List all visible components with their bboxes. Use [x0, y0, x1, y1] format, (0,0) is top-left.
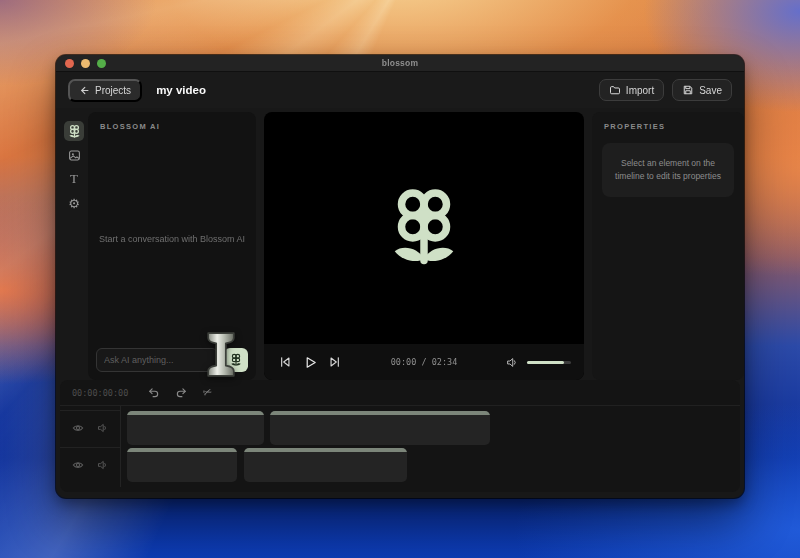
video-preview-panel[interactable]: 00:00 / 02:34 [264, 112, 584, 380]
clip-top-strip [127, 448, 237, 452]
clip-top-strip [244, 448, 407, 452]
skip-forward-button[interactable] [327, 354, 343, 370]
app-window: blossom Projects my video Import [56, 55, 744, 498]
flower-watermark-icon [388, 184, 460, 275]
flower-icon [68, 124, 81, 139]
save-button[interactable]: Save [672, 79, 732, 101]
track-1-visibility-eye-icon[interactable] [72, 422, 84, 434]
import-folder-icon [609, 84, 621, 96]
timeline-lanes [124, 406, 736, 491]
scissors-icon: ✂ [201, 385, 214, 400]
back-to-projects-button[interactable]: Projects [68, 79, 142, 102]
main-content: T ⚙ BLOSSOM AI Start a conversation with… [56, 108, 744, 380]
timeline-panel: 00:00:00:00 ✂ [60, 380, 740, 492]
track-2-mute-speaker-icon[interactable] [97, 459, 109, 471]
timeline-clip[interactable] [127, 411, 264, 445]
rail-item-blossom-ai[interactable] [64, 121, 84, 141]
volume-slider[interactable] [527, 361, 571, 364]
tool-rail: T ⚙ [60, 112, 88, 380]
project-title: my video [156, 84, 206, 96]
save-button-label: Save [699, 85, 722, 96]
save-floppy-icon [682, 84, 694, 96]
properties-panel: PROPERTIES Select an element on the time… [592, 112, 744, 380]
track-header-divider [120, 406, 121, 487]
timeline-clip[interactable] [270, 411, 490, 445]
track-2-visibility-eye-icon[interactable] [72, 459, 84, 471]
play-button[interactable] [302, 354, 318, 370]
blossom-ai-header: BLOSSOM AI [88, 112, 256, 141]
ai-chat-input[interactable] [96, 348, 218, 372]
rail-item-settings[interactable]: ⚙ [64, 193, 84, 213]
title-bar[interactable]: blossom [56, 55, 744, 72]
rail-item-text[interactable]: T [64, 169, 84, 189]
blossom-ai-panel: BLOSSOM AI Start a conversation with Blo… [88, 112, 256, 380]
timeline-tracks [60, 406, 740, 491]
volume-slider-fill [527, 361, 564, 364]
text-tool-icon: T [70, 171, 78, 187]
skip-back-button[interactable] [277, 354, 293, 370]
timeline-clip[interactable] [127, 448, 237, 482]
clip-top-strip [127, 411, 264, 415]
playback-controls-bar: 00:00 / 02:34 [264, 344, 584, 380]
chat-empty-message: Start a conversation with Blossom AI [88, 234, 256, 244]
gear-icon: ⚙ [68, 197, 80, 210]
timeline-toolbar: 00:00:00:00 ✂ [60, 380, 740, 406]
clip-top-strip [270, 411, 490, 415]
redo-button[interactable] [175, 386, 188, 399]
timeline-clip[interactable] [244, 448, 407, 482]
image-icon [68, 149, 81, 162]
playhead-timecode: 00:00:00:00 [72, 388, 128, 398]
ibeam-mouse-cursor [202, 331, 240, 378]
volume-icon[interactable] [504, 354, 520, 370]
track-2-header [60, 447, 120, 482]
back-button-label: Projects [95, 85, 131, 96]
track-1-mute-speaker-icon[interactable] [97, 422, 109, 434]
properties-empty-message: Select an element on the timeline to edi… [602, 143, 734, 197]
back-arrow-icon [79, 85, 90, 96]
toolbar: Projects my video Import [56, 72, 744, 108]
cut-scissors-button[interactable]: ✂ [203, 386, 212, 399]
track-1-header [60, 410, 120, 445]
properties-header: PROPERTIES [592, 112, 744, 141]
undo-button[interactable] [147, 386, 160, 399]
window-title: blossom [56, 58, 744, 68]
import-button-label: Import [626, 85, 654, 96]
import-button[interactable]: Import [599, 79, 664, 101]
rail-item-media[interactable] [64, 145, 84, 165]
